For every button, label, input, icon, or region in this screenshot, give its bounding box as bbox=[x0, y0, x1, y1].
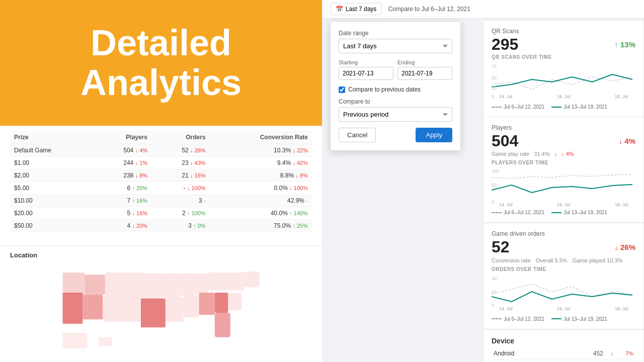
btn-row: Cancel Apply bbox=[339, 128, 452, 142]
qr-chart-svg: 14. Jul 16. Jul 18. Jul 75 50 25 0 bbox=[492, 62, 637, 100]
players-legend-2: Jul 13–Jul 19, 2021 bbox=[551, 210, 607, 215]
game-play-label: Game play rate 31.4% ↓ ↓ 4% bbox=[492, 151, 574, 157]
prize-cell: Default Game bbox=[10, 144, 93, 157]
cancel-button[interactable]: Cancel bbox=[339, 128, 376, 142]
svg-text:18. Jul: 18. Jul bbox=[615, 94, 628, 99]
players-title: Players bbox=[492, 124, 635, 131]
dropdown-panel: Date range Last 7 days Starting Ending C… bbox=[330, 21, 461, 151]
svg-text:50: 50 bbox=[492, 75, 497, 80]
players-subtitle: Game play rate 31.4% ↓ ↓ 4% bbox=[492, 151, 635, 157]
svg-rect-8 bbox=[208, 273, 219, 291]
prize-table-section: Prize Players Orders Conversion Rate Def… bbox=[0, 126, 322, 245]
prize-table: Prize Players Orders Conversion Rate Def… bbox=[10, 131, 312, 232]
table-row: $50.00 4 ↓ 20% 3 ↑ 0% 75.0% ↑ 25% bbox=[10, 220, 312, 232]
svg-rect-24 bbox=[99, 337, 112, 346]
svg-rect-9 bbox=[219, 273, 230, 291]
svg-rect-15 bbox=[123, 297, 141, 322]
table-row: Default Game 504 ↓ 4% 52 ↓ 26% 10.3% ↓ 2… bbox=[10, 144, 312, 157]
svg-rect-0 bbox=[62, 273, 85, 295]
calendar-icon: 📅 bbox=[336, 6, 343, 13]
date-range-select[interactable]: Last 7 days bbox=[339, 39, 452, 53]
date-range-button[interactable]: 📅 Last 7 days bbox=[330, 3, 382, 15]
orders-conv-played: Game played 10.3% bbox=[573, 257, 623, 263]
prize-cell: $20.00 bbox=[10, 207, 93, 220]
svg-text:18. Jul: 18. Jul bbox=[615, 306, 628, 311]
svg-rect-16 bbox=[141, 298, 166, 327]
conv-cell: 40.0% ↑ 140% bbox=[210, 207, 312, 220]
legend-dashed-icon-3 bbox=[492, 318, 502, 319]
svg-text:75: 75 bbox=[492, 64, 497, 69]
date-bar: 📅 Last 7 days Compare to Jul 6–Jul 12, 2… bbox=[322, 0, 644, 19]
orders-legend: Jul 6–Jul 12, 2021 Jul 13–Jul 19, 2021 bbox=[492, 316, 635, 322]
svg-rect-7 bbox=[195, 274, 208, 294]
svg-text:0: 0 bbox=[492, 200, 494, 205]
orders-card: Game driven orders 52 ↓ 26% Conversion r… bbox=[483, 223, 644, 329]
svg-text:25: 25 bbox=[492, 85, 497, 90]
legend-solid-icon-2 bbox=[551, 212, 561, 213]
map-container bbox=[10, 263, 312, 353]
device-table: Android452↓7%iOS375↓2%macOS128↑36%unknow… bbox=[492, 348, 635, 362]
qr-scans-card: QR Scans 295 ↑ 13% QR SCANS OVER TIME 14… bbox=[483, 20, 644, 117]
svg-text:16. Jul: 16. Jul bbox=[557, 94, 571, 99]
compare-label: Compare to previous dates bbox=[348, 86, 421, 93]
prize-cell: $50.00 bbox=[10, 220, 93, 232]
orders-cell: 3 - bbox=[151, 195, 210, 207]
table-row: $10.00 7 ↑ 16% 3 - 42.9% - bbox=[10, 195, 312, 207]
svg-rect-19 bbox=[199, 293, 215, 315]
orders-legend-1: Jul 6–Jul 12, 2021 bbox=[492, 316, 544, 322]
qr-scans-title: QR Scans bbox=[492, 28, 635, 35]
conv-cell: 8.8% ↓ 8% bbox=[210, 169, 312, 182]
svg-rect-2 bbox=[105, 273, 125, 299]
players-cell: 5 ↓ 16% bbox=[93, 207, 151, 220]
ending-input[interactable] bbox=[397, 67, 452, 80]
qr-value-row: 295 ↑ 13% bbox=[492, 36, 635, 53]
right-panel: 📅 Last 7 days Compare to Jul 6–Jul 12, 2… bbox=[322, 0, 644, 362]
svg-rect-11 bbox=[244, 272, 259, 287]
col-orders: Orders bbox=[151, 131, 210, 144]
qr-chart-label: QR SCANS OVER TIME bbox=[492, 54, 635, 60]
orders-cell: 3 ↑ 0% bbox=[151, 220, 210, 232]
date-bar-label: Last 7 days bbox=[346, 6, 376, 13]
left-panel: DetailedAnalytics Prize Players Orders C… bbox=[0, 0, 322, 362]
apply-button[interactable]: Apply bbox=[416, 128, 452, 142]
device-card: Device Android452↓7%iOS375↓2%macOS128↑36… bbox=[483, 329, 644, 362]
orders-legend-2: Jul 13–Jul 19, 2021 bbox=[551, 316, 607, 322]
hero-title: DetailedAnalytics bbox=[80, 23, 242, 103]
legend-dashed-icon bbox=[492, 107, 502, 108]
hero-banner: DetailedAnalytics bbox=[0, 0, 322, 126]
date-range-row: Starting Ending bbox=[339, 59, 452, 80]
orders-cell: - ↓ 100% bbox=[151, 182, 210, 195]
players-card: Players 504 ↓ 4% Game play rate 31.4% ↓ … bbox=[483, 117, 644, 223]
compare-checkbox[interactable] bbox=[339, 86, 345, 93]
us-map bbox=[40, 268, 282, 348]
qr-value: 295 bbox=[492, 36, 518, 53]
compare-to-label: Compare to bbox=[339, 98, 452, 105]
table-row: $2.00 238 ↓ 8% 21 ↓ 16% 8.8% ↓ 8% bbox=[10, 169, 312, 182]
table-row: $1.00 244 ↓ 1% 23 ↓ 43% 9.4% ↓ 42% bbox=[10, 157, 312, 169]
prize-cell: $2.00 bbox=[10, 169, 93, 182]
compare-text: Compare to Jul 6–Jul 12, 2021 bbox=[388, 6, 470, 13]
conv-cell: 9.4% ↓ 42% bbox=[210, 157, 312, 169]
device-row: iOS375↓2% bbox=[492, 359, 635, 362]
orders-conv-label: Conversion rate bbox=[492, 257, 531, 263]
svg-rect-21 bbox=[228, 293, 242, 311]
orders-chart-svg: 14. Jul 16. Jul 18. Jul 20 10 0 bbox=[492, 274, 637, 312]
svg-text:14. Jul: 14. Jul bbox=[499, 94, 513, 99]
svg-rect-23 bbox=[62, 333, 87, 348]
orders-title: Game driven orders bbox=[492, 230, 635, 237]
svg-text:100: 100 bbox=[492, 168, 499, 173]
prize-cell: $1.00 bbox=[10, 157, 93, 169]
legend-solid-icon-3 bbox=[551, 318, 561, 319]
orders-value-row: 52 ↓ 26% bbox=[492, 238, 635, 256]
svg-text:20: 20 bbox=[492, 276, 497, 281]
starting-input[interactable] bbox=[339, 67, 393, 80]
svg-rect-6 bbox=[179, 274, 195, 296]
compare-row: Compare to previous dates bbox=[339, 86, 452, 93]
players-value-row: 504 ↓ 4% bbox=[492, 132, 635, 150]
compare-to-select[interactable]: Previous period bbox=[339, 107, 452, 122]
players-cell: 244 ↓ 1% bbox=[93, 157, 151, 169]
legend-solid-icon bbox=[551, 107, 561, 108]
svg-rect-1 bbox=[85, 275, 105, 295]
conv-cell: 75.0% ↑ 25% bbox=[210, 220, 312, 232]
svg-text:14. Jul: 14. Jul bbox=[499, 306, 513, 311]
